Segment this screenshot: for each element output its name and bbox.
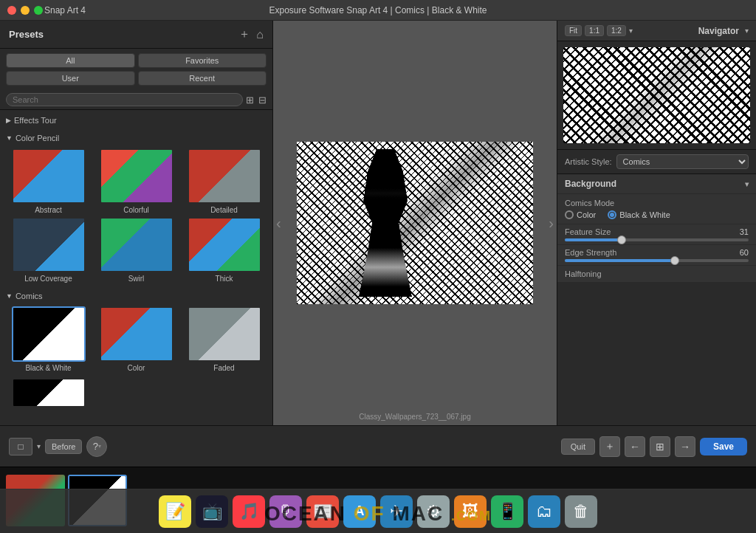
save-button[interactable]: Save bbox=[700, 438, 747, 455]
feature-size-label: Feature Size bbox=[565, 227, 611, 236]
presets-actions: ＋ ⌂ bbox=[238, 27, 264, 42]
canvas-image bbox=[297, 142, 533, 304]
halftoning-label: Halftoning bbox=[565, 269, 602, 278]
comics-grid-2 bbox=[0, 375, 272, 410]
view-box[interactable]: □ bbox=[9, 438, 32, 455]
background-collapse-arrow[interactable]: ▾ bbox=[745, 180, 749, 188]
bw-radio-option[interactable]: Black & White bbox=[608, 210, 670, 219]
canvas-nav-right-arrow[interactable]: › bbox=[549, 215, 554, 232]
color-radio-label: Color bbox=[577, 210, 596, 219]
grid-large-icon[interactable]: ⊟ bbox=[258, 94, 267, 106]
tab-favorites[interactable]: Favorites bbox=[138, 53, 267, 68]
category-color-pencil: ▼ Color Pencil Abstract Colorful Detaile… bbox=[0, 131, 272, 286]
preview-icon[interactable]: 🖼 bbox=[454, 495, 487, 528]
music-icon[interactable]: 🎵 bbox=[233, 495, 265, 528]
comics-mode-options: Color Black & White bbox=[565, 210, 749, 219]
flights-icon[interactable]: ✈ bbox=[380, 495, 413, 528]
list-item[interactable]: Thick bbox=[182, 217, 267, 283]
category-effects-tour-header[interactable]: ▶ Effects Tour bbox=[0, 113, 272, 128]
zoom-1to2-button[interactable]: 1:2 bbox=[607, 25, 626, 36]
category-color-pencil-header[interactable]: ▼ Color Pencil bbox=[0, 131, 272, 145]
comics-mode-row: Comics Mode Color Black & White bbox=[557, 193, 756, 224]
edge-strength-thumb[interactable] bbox=[670, 256, 679, 265]
feature-size-value: 31 bbox=[740, 227, 749, 236]
minimize-button[interactable] bbox=[21, 6, 30, 15]
maximize-button[interactable] bbox=[34, 6, 43, 15]
prev-icon-button[interactable]: ← bbox=[625, 436, 645, 457]
bw-radio-circle[interactable] bbox=[608, 210, 616, 219]
list-item[interactable]: Colorful bbox=[94, 148, 179, 214]
help-button[interactable]: ?▾ bbox=[86, 436, 107, 457]
zoom-fit-button[interactable]: Fit bbox=[565, 25, 582, 36]
main-layout: Presets ＋ ⌂ All Favorites User Recent ⊞ … bbox=[0, 21, 756, 425]
artistic-style-label: Artistic Style: bbox=[565, 157, 612, 166]
view-dropdown-arrow[interactable]: ▾ bbox=[37, 442, 41, 450]
trash-icon[interactable]: 🗑 bbox=[565, 495, 597, 528]
preset-tabs: All Favorites User Recent bbox=[0, 49, 272, 90]
edge-strength-header: Edge Strength 60 bbox=[565, 248, 749, 257]
zoom-buttons: Fit 1:1 1:2 ▾ bbox=[565, 25, 633, 36]
grid-icon-button[interactable]: ⊞ bbox=[650, 436, 670, 457]
settings-icon[interactable]: ⚙ bbox=[417, 495, 450, 528]
navigator-collapse-arrow[interactable]: ▾ bbox=[745, 27, 749, 35]
color-pencil-grid: Abstract Colorful Detailed Low Coverage bbox=[0, 145, 272, 286]
color-radio-option[interactable]: Color bbox=[565, 210, 596, 219]
before-button[interactable]: Before bbox=[45, 439, 82, 454]
zoom-dropdown[interactable]: ▾ bbox=[629, 25, 633, 36]
tab-user[interactable]: User bbox=[6, 71, 135, 86]
appletv-icon[interactable]: 📺 bbox=[196, 495, 228, 528]
podcast-icon[interactable]: 🎙 bbox=[269, 495, 302, 528]
search-input[interactable] bbox=[6, 93, 243, 106]
canvas-area: ‹ Classy_Wallpapers_723__067.jpg › bbox=[273, 21, 557, 425]
background-section: Background ▾ Comics Mode Color Black & W… bbox=[557, 173, 756, 282]
traffic-lights[interactable] bbox=[7, 6, 43, 15]
tab-all[interactable]: All bbox=[6, 53, 135, 68]
toolbar-left: □ ▾ Before ?▾ bbox=[9, 436, 107, 457]
preset-label: Colorful bbox=[123, 206, 148, 214]
preset-label: Color bbox=[128, 364, 145, 372]
list-item[interactable]: Abstract bbox=[6, 148, 91, 214]
quit-button[interactable]: Quit bbox=[561, 439, 595, 455]
appstore-icon[interactable]: A bbox=[343, 495, 376, 528]
app-name: Snap Art 4 bbox=[44, 5, 86, 16]
dock: 📝 📺 🎵 🎙 📰 A ✈ ⚙ 🖼 📱 🗂 🗑 bbox=[0, 489, 756, 533]
close-button[interactable] bbox=[7, 6, 16, 15]
list-item[interactable] bbox=[6, 378, 91, 408]
list-item[interactable]: Swirl bbox=[94, 217, 179, 283]
navigator-title: Navigator bbox=[698, 26, 739, 36]
news-icon[interactable]: 📰 bbox=[306, 495, 339, 528]
category-comics-label: Comics bbox=[16, 292, 43, 300]
category-comics: ▼ Comics Black & White Color Faded bbox=[0, 289, 272, 410]
notes-icon[interactable]: 📝 bbox=[159, 495, 191, 528]
presets-scroll: ▶ Effects Tour ▼ Color Pencil Abstract bbox=[0, 110, 272, 425]
grid-small-icon[interactable]: ⊞ bbox=[246, 94, 254, 106]
feature-size-thumb[interactable] bbox=[617, 235, 626, 244]
feature-size-row: Feature Size 31 bbox=[557, 224, 756, 244]
home-icon[interactable]: ⌂ bbox=[256, 28, 264, 41]
add-preset-icon[interactable]: ＋ bbox=[238, 27, 250, 42]
preset-label: Abstract bbox=[35, 206, 62, 214]
list-item[interactable]: Black & White bbox=[6, 306, 91, 372]
tab-recent[interactable]: Recent bbox=[138, 71, 267, 86]
canvas-nav-left-arrow[interactable]: ‹ bbox=[276, 215, 281, 232]
list-item[interactable]: Faded bbox=[182, 306, 267, 372]
comics-mode-label: Comics Mode bbox=[565, 199, 749, 207]
presets-header: Presets ＋ ⌂ bbox=[0, 21, 272, 49]
list-item[interactable]: Color bbox=[94, 306, 179, 372]
finder-icon[interactable]: 🗂 bbox=[528, 495, 560, 528]
preset-label: Black & White bbox=[25, 364, 71, 372]
artistic-style-select[interactable]: Comics Color Pencil Watercolor Oil Paint bbox=[616, 154, 749, 169]
color-radio-circle[interactable] bbox=[565, 210, 574, 219]
list-item[interactable]: Detailed bbox=[182, 148, 267, 214]
canvas-bw-effect bbox=[297, 142, 533, 304]
preset-label: Detailed bbox=[210, 206, 238, 214]
category-comics-header[interactable]: ▼ Comics bbox=[0, 289, 272, 303]
next-icon-button[interactable]: → bbox=[675, 436, 695, 457]
add-icon-button[interactable]: ＋ bbox=[599, 436, 620, 457]
background-header[interactable]: Background ▾ bbox=[557, 174, 756, 193]
title-bar: Snap Art 4 Exposure Software Snap Art 4 … bbox=[0, 0, 756, 21]
list-item[interactable]: Low Coverage bbox=[6, 217, 91, 283]
edge-strength-fill bbox=[565, 259, 675, 262]
zoom-1to1-button[interactable]: 1:1 bbox=[585, 25, 604, 36]
iphone-icon[interactable]: 📱 bbox=[491, 495, 523, 528]
